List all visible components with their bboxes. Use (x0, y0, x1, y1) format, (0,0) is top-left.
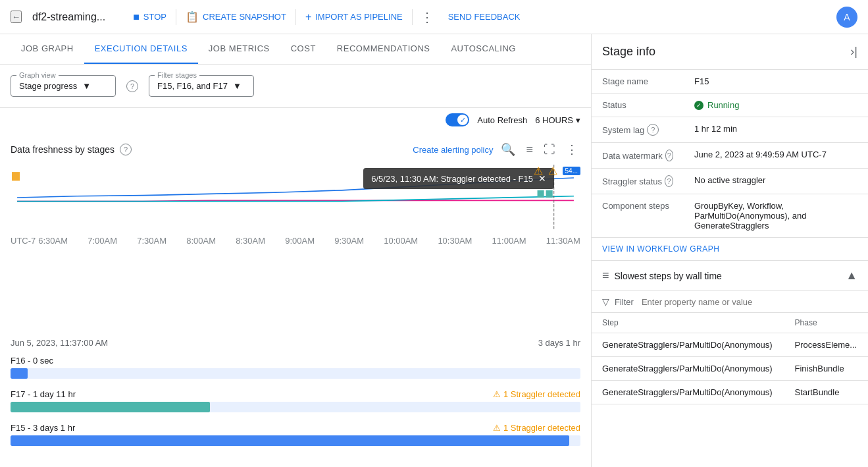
check-icon: ✓ (696, 102, 702, 109)
more-chart-button[interactable]: ⋮ (563, 140, 580, 159)
topbar: ← df2-streaming... ■ STOP 📋 CREATE SNAPS… (0, 0, 868, 34)
tab-job-graph[interactable]: JOB GRAPH (11, 34, 84, 64)
system-lag-help-icon[interactable]: ? (647, 124, 659, 136)
steps-table: Step Phase GenerateStragglers/ParMultiDo… (592, 313, 868, 404)
chart-tooltip: 6/5/23, 11:30 AM: Straggler detected - F… (363, 168, 554, 189)
straggler-status-help-icon[interactable]: ? (665, 175, 673, 187)
info-value-component-steps: GroupByKey, Workflow, ParMultiDo(Anonymo… (684, 194, 868, 238)
filter-input[interactable] (642, 297, 857, 307)
x-label-4: 8:30AM (236, 236, 265, 246)
status-running: ✓ Running (694, 100, 857, 110)
snapshot-icon: 📋 (186, 11, 199, 23)
tab-job-metrics[interactable]: JOB METRICS (198, 34, 280, 64)
graph-view-control[interactable]: Graph view Stage progress ▼ (11, 75, 116, 97)
tooltip-text: 6/5/23, 11:30 AM: Straggler detected - F… (371, 174, 533, 184)
tab-execution-details[interactable]: EXECUTION DETAILS (84, 34, 198, 64)
info-value-system-lag: 1 hr 12 min (684, 117, 868, 143)
table-row: GenerateStragglers/ParMultiDo(Anonymous)… (592, 357, 868, 381)
graph-view-select[interactable]: Stage progress ▼ (19, 81, 107, 91)
view-workflow-link[interactable]: VIEW IN WORKFLOW GRAPH (592, 238, 868, 260)
x-label-10: 11:30AM (546, 236, 580, 246)
import-icon: + (305, 11, 311, 23)
divider2 (295, 9, 296, 25)
feedback-button[interactable]: SEND FEEDBACK (442, 8, 527, 26)
x-label-0: 6:30AM (38, 236, 68, 246)
data-watermark-help-icon[interactable]: ? (665, 150, 673, 161)
tab-autoscaling[interactable]: AUTOSCALING (440, 34, 526, 64)
back-icon: ← (12, 12, 20, 22)
chart-actions: Create alerting policy 🔍 ≡ ⛶ ⋮ (413, 140, 580, 159)
tabs-bar: JOB GRAPH EXECUTION DETAILS JOB METRICS … (0, 34, 591, 65)
stage-bar-container-f15 (11, 435, 580, 446)
status-text: Running (707, 100, 739, 110)
stage-item-f17: F17 - 1 day 11 hr ⚠ 1 Straggler detected (11, 389, 580, 412)
auto-refresh-label: Auto Refresh (477, 115, 527, 125)
feedback-label: SEND FEEDBACK (448, 12, 521, 22)
stop-button[interactable]: ■ STOP (126, 7, 173, 27)
chart-section: Data freshness by stages ? Create alerti… (0, 132, 591, 327)
info-value-straggler-status: No active straggler (684, 169, 868, 194)
graph-view-value: Stage progress (19, 81, 77, 91)
avatar[interactable]: A (836, 7, 857, 28)
graph-view-help-icon[interactable]: ? (126, 80, 138, 92)
legend-chart-button[interactable]: ≡ (523, 140, 536, 159)
more-button[interactable]: ⋮ (415, 7, 439, 28)
x-label-5: 9:00AM (285, 236, 315, 246)
collapse-button[interactable]: ▲ (846, 269, 857, 283)
right-panel: Stage info ›| Stage name F15 Status ✓ Ru… (592, 34, 868, 467)
filter-stages-select[interactable]: F15, F16, and F17 ▼ (157, 81, 245, 91)
info-row-straggler-status: Straggler status ? No active straggler (592, 169, 868, 194)
time-range-button[interactable]: 6 HOURS ▾ (535, 115, 580, 125)
auto-refresh-toggle[interactable] (446, 113, 469, 126)
step-cell-2: GenerateStragglers/ParMultiDo(Anonymous) (592, 357, 784, 381)
info-value-status: ✓ Running (684, 94, 868, 117)
stage-name-f17: F17 - 1 day 11 hr ⚠ 1 Straggler detected (11, 389, 580, 399)
warning-icon-f15: ⚠ (493, 423, 501, 433)
slowest-steps-title: Slowest steps by wall time (615, 271, 722, 281)
stop-label: STOP (143, 12, 166, 22)
info-value-data-watermark: June 2, 2023 at 9:49:59 AM UTC-7 (684, 143, 868, 169)
x-axis-labels: 6:30AM 7:00AM 7:30AM 8:00AM 8:30AM 9:00A… (38, 236, 580, 246)
back-button[interactable]: ← (11, 11, 22, 23)
filter-icon-slowest: ≡ (602, 269, 609, 283)
stage-name-f15: F15 - 3 days 1 hr ⚠ 1 Straggler detected (11, 423, 580, 433)
phase-cell-2: FinishBundle (784, 357, 868, 381)
x-label-9: 11:00AM (492, 236, 526, 246)
tab-cost[interactable]: COST (280, 34, 326, 64)
filter-label: Filter (615, 297, 634, 307)
search-chart-button[interactable]: 🔍 (498, 140, 518, 159)
left-panel: JOB GRAPH EXECUTION DETAILS JOB METRICS … (0, 34, 592, 467)
tab-recommendations[interactable]: RECOMMENDATIONS (326, 34, 441, 64)
graph-controls: Graph view Stage progress ▼ ? Filter sta… (0, 65, 591, 108)
import-button[interactable]: + IMPORT AS PIPELINE (299, 7, 409, 27)
chart-area: ⚠ ⚠ 54... (11, 165, 580, 231)
panel-close-button[interactable]: ›| (850, 45, 857, 59)
chevron-down-icon-3: ▾ (576, 115, 580, 125)
phase-cell-1: ProcessEleme... (784, 333, 868, 357)
stage-info-table: Stage name F15 Status ✓ Running System l… (592, 70, 868, 238)
stage-label-f15: F15 - 3 days 1 hr (11, 423, 75, 433)
svg-rect-0 (12, 172, 20, 180)
chart-help-icon[interactable]: ? (120, 144, 132, 155)
filter-stages-control[interactable]: Filter stages F15, F16, and F17 ▼ (149, 75, 254, 97)
x-label-7: 10:00AM (384, 236, 418, 246)
stage-name-f16: F16 - 0 sec (11, 356, 580, 366)
stage-list-header: Jun 5, 2023, 11:37:00 AM 3 days 1 hr (11, 338, 580, 348)
create-alert-link[interactable]: Create alerting policy (413, 145, 493, 155)
straggler-text-f15: 1 Straggler detected (503, 423, 580, 433)
stop-icon: ■ (133, 11, 140, 23)
divider (176, 9, 176, 25)
info-label-data-watermark: Data watermark ? (592, 143, 684, 168)
warning-icon-f17: ⚠ (493, 389, 501, 399)
filter-stages-label: Filter stages (155, 71, 199, 79)
stage-item-f15: F15 - 3 days 1 hr ⚠ 1 Straggler detected (11, 423, 580, 446)
expand-chart-button[interactable]: ⛶ (541, 140, 558, 159)
stage-straggler-f17: ⚠ 1 Straggler detected (493, 389, 580, 399)
x-axis: UTC-7 6:30AM 7:00AM 7:30AM 8:00AM 8:30AM… (11, 236, 580, 248)
stage-date: Jun 5, 2023, 11:37:00 AM (11, 338, 108, 348)
info-row-status: Status ✓ Running (592, 94, 868, 117)
stage-duration: 3 days 1 hr (538, 338, 580, 348)
snapshot-button[interactable]: 📋 CREATE SNAPSHOT (179, 7, 293, 27)
stage-bar-f16 (11, 368, 28, 379)
refresh-row: Auto Refresh 6 HOURS ▾ (0, 108, 591, 132)
